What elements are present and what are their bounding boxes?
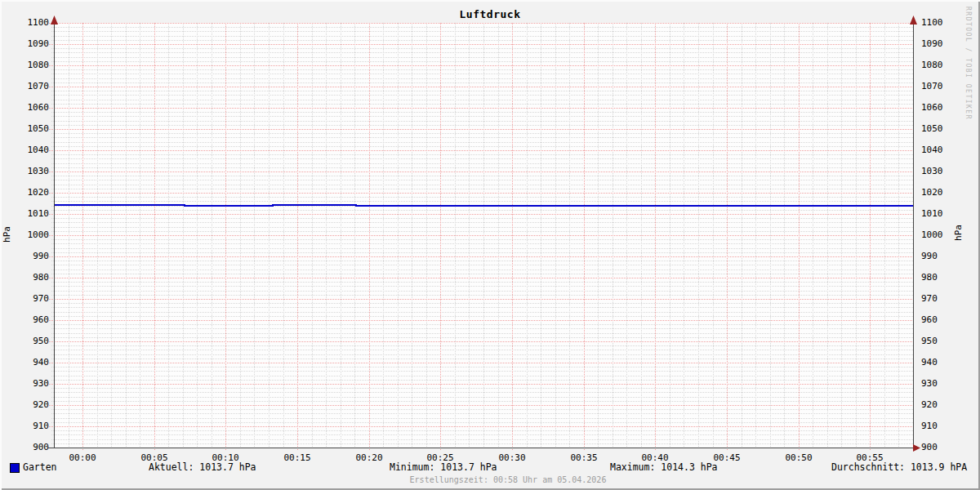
- legend-swatch-garten: [10, 463, 20, 473]
- legend-stat-aktuell: Aktuell: 1013.7 hPa: [149, 462, 256, 473]
- x-axis-label: 00:50: [770, 453, 827, 463]
- y-axis-label-left: 1030: [0, 167, 49, 176]
- y-axis-label-right: 1040: [921, 145, 970, 155]
- legend-stat-durchschnitt: Durchschnitt: 1013.9 hPA: [831, 462, 967, 473]
- y-axis-label-left: 1070: [0, 82, 49, 91]
- y-axis-label-right: 1050: [921, 124, 970, 134]
- y-axis-label-right: 960: [921, 315, 970, 325]
- y-axis-label-right: 1010: [921, 209, 970, 219]
- y-axis-label-left: 970: [0, 294, 49, 304]
- y-axis-label-right: 1090: [921, 39, 970, 49]
- y-axis-label-right: 930: [921, 379, 970, 389]
- y-axis-label-left: 910: [0, 421, 49, 431]
- y-axis-label-left: 920: [0, 400, 49, 410]
- arrow-right-icon: [913, 444, 920, 452]
- y-axis-label-left: 950: [0, 336, 49, 346]
- y-axis-label-left: 900: [0, 443, 49, 452]
- y-axis-label-right: 1000: [921, 230, 970, 240]
- y-axis-label-left: 1100: [0, 18, 49, 28]
- y-axis-label-left: 940: [0, 358, 49, 368]
- creation-timestamp: Erstellungszeit: 00:58 Uhr am 05.04.2026: [0, 475, 980, 484]
- y-axis-label-right: 1100: [921, 18, 970, 28]
- x-axis-label: 00:15: [269, 453, 326, 463]
- y-axis-label-left: 990: [0, 252, 49, 261]
- legend-stat-maximum: Maximum: 1014.3 hPa: [610, 462, 718, 473]
- y-axis-label-right: 1030: [921, 167, 970, 176]
- y-axis-label-right: 940: [921, 358, 970, 368]
- y-axis-label-right: 920: [921, 400, 970, 410]
- y-axis-label-left: 960: [0, 315, 49, 325]
- pressure-graph: Luftdruck hPa hPa 1100110010901090108010…: [0, 0, 980, 490]
- y-axis-label-left: 1010: [0, 209, 49, 219]
- y-axis-label-right: 980: [921, 273, 970, 283]
- y-axis-label-right: 900: [921, 443, 970, 452]
- legend-label-garten: Garten: [23, 462, 57, 473]
- rrdtool-watermark: RRDTOOL / TOBI OETIKER: [964, 7, 972, 120]
- y-axis-label-left: 1090: [0, 39, 49, 49]
- y-axis-label-right: 970: [921, 294, 970, 304]
- y-axis-label-left: 980: [0, 273, 49, 283]
- x-axis-label: 00:00: [54, 453, 111, 463]
- y-axis-label-right: 1070: [921, 82, 970, 91]
- y-axis-label-right: 1080: [921, 60, 970, 70]
- y-axis-label-left: 1050: [0, 124, 49, 134]
- y-axis-label-right: 1020: [921, 188, 970, 198]
- x-axis-label: 00:35: [555, 453, 612, 463]
- y-axis-label-left: 930: [0, 379, 49, 389]
- y-axis-label-right: 1060: [921, 103, 970, 113]
- y-axis-label-left: 1080: [0, 60, 49, 70]
- chart-title: Luftdruck: [0, 8, 980, 20]
- y-axis-label-right: 950: [921, 336, 970, 346]
- y-axis-label-right: 910: [921, 421, 970, 431]
- y-axis-label-right: 990: [921, 252, 970, 261]
- y-axis-label-left: 1000: [0, 230, 49, 240]
- legend-stat-minimum: Minimum: 1013.7 hPa: [390, 462, 497, 473]
- y-axis-label-left: 1060: [0, 103, 49, 113]
- y-axis-label-left: 1040: [0, 145, 49, 155]
- chart-plot-area: [0, 0, 980, 490]
- y-axis-label-left: 1020: [0, 188, 49, 198]
